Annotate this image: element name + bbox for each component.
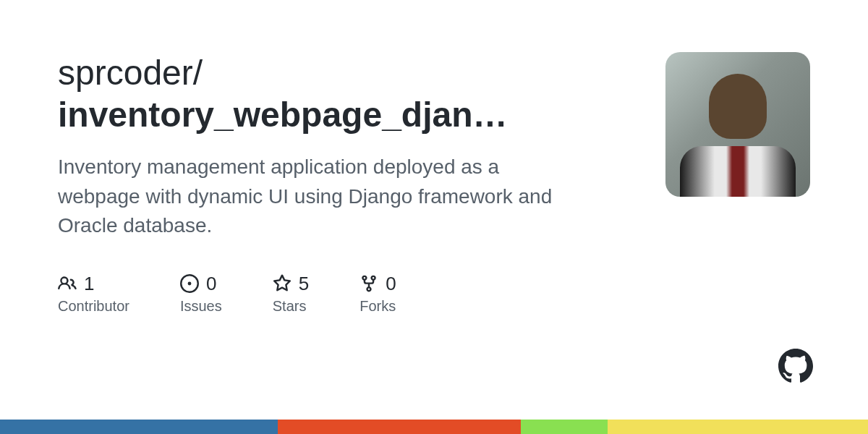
stat-contributors-label: Contributor <box>58 298 129 315</box>
language-color-bar <box>0 420 868 434</box>
stat-contributors[interactable]: 1 Contributor <box>58 273 129 315</box>
repo-description: Inventory management application deploye… <box>58 153 579 241</box>
stat-contributors-value: 1 <box>84 273 94 295</box>
avatar[interactable] <box>665 52 810 197</box>
people-icon <box>58 274 77 293</box>
stat-stars-label: Stars <box>273 298 309 315</box>
issue-icon <box>180 274 199 293</box>
star-icon <box>273 274 292 293</box>
github-logo-icon[interactable] <box>778 349 813 383</box>
stat-stars-value: 5 <box>299 273 309 295</box>
repo-owner-line[interactable]: sprcoder/ <box>58 52 637 94</box>
stat-forks-label: Forks <box>359 298 396 315</box>
stat-issues[interactable]: 0 Issues <box>180 273 222 315</box>
stat-stars[interactable]: 5 Stars <box>273 273 309 315</box>
stat-issues-label: Issues <box>180 298 222 315</box>
fork-icon <box>359 274 378 293</box>
language-segment <box>608 420 868 434</box>
language-segment <box>0 420 278 434</box>
stat-forks[interactable]: 0 Forks <box>359 273 396 315</box>
stat-issues-value: 0 <box>206 273 216 295</box>
repo-stats: 1 Contributor 0 Issues 5 Stars <box>58 273 637 315</box>
language-segment <box>278 420 521 434</box>
repo-slash: / <box>193 54 203 92</box>
repo-name[interactable]: inventory_webpage_djan… <box>58 94 637 136</box>
stat-forks-value: 0 <box>386 273 396 295</box>
repo-owner[interactable]: sprcoder <box>58 54 193 92</box>
language-segment <box>521 420 608 434</box>
